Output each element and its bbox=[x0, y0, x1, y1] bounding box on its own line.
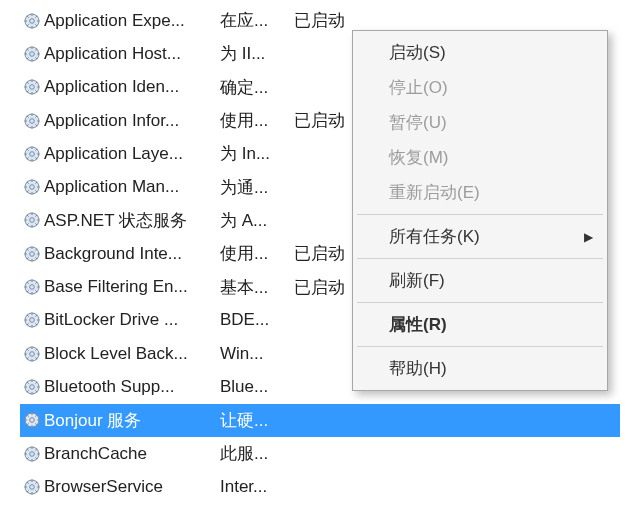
service-icon bbox=[23, 12, 41, 30]
service-name: Base Filtering En... bbox=[44, 277, 220, 297]
menu-item-label: 启动(S) bbox=[389, 43, 446, 62]
service-icon bbox=[23, 411, 41, 429]
service-icon bbox=[23, 178, 41, 196]
menu-item: 停止(O) bbox=[355, 70, 605, 105]
menu-item[interactable]: 帮助(H) bbox=[355, 351, 605, 386]
menu-item-label: 暂停(U) bbox=[389, 113, 447, 132]
menu-item[interactable]: 所有任务(K)▶ bbox=[355, 219, 605, 254]
service-row[interactable]: BrowserServiceInter... bbox=[20, 470, 620, 503]
submenu-arrow-icon: ▶ bbox=[584, 230, 593, 244]
service-description: 在应... bbox=[220, 9, 294, 32]
menu-item: 恢复(M) bbox=[355, 140, 605, 175]
menu-item-label: 恢复(M) bbox=[389, 148, 448, 167]
service-icon-cell bbox=[20, 311, 44, 329]
service-description: BDE... bbox=[220, 310, 294, 330]
service-icon-cell bbox=[20, 112, 44, 130]
service-icon-cell bbox=[20, 445, 44, 463]
menu-item-label: 帮助(H) bbox=[389, 359, 447, 378]
service-icon-cell bbox=[20, 345, 44, 363]
service-description: 为 In... bbox=[220, 142, 294, 165]
service-status: 已启动 bbox=[294, 9, 354, 32]
service-name: Background Inte... bbox=[44, 244, 220, 264]
service-icon bbox=[23, 211, 41, 229]
service-icon bbox=[23, 311, 41, 329]
service-description: 为 II... bbox=[220, 42, 294, 65]
menu-item[interactable]: 属性(R) bbox=[355, 307, 605, 342]
service-name: Application Man... bbox=[44, 177, 220, 197]
menu-separator bbox=[357, 258, 603, 259]
service-description: 基本... bbox=[220, 276, 294, 299]
service-name: BrowserService bbox=[44, 477, 220, 497]
service-description: 使用... bbox=[220, 242, 294, 265]
menu-item-label: 刷新(F) bbox=[389, 271, 445, 290]
service-description: 为通... bbox=[220, 176, 294, 199]
service-icon bbox=[23, 278, 41, 296]
service-icon-cell bbox=[20, 145, 44, 163]
service-description: Inter... bbox=[220, 477, 294, 497]
menu-separator bbox=[357, 302, 603, 303]
service-icon bbox=[23, 478, 41, 496]
service-icon bbox=[23, 245, 41, 263]
service-icon-cell bbox=[20, 278, 44, 296]
menu-separator bbox=[357, 346, 603, 347]
context-menu[interactable]: 启动(S)停止(O)暂停(U)恢复(M)重新启动(E)所有任务(K)▶刷新(F)… bbox=[352, 30, 608, 391]
service-icon bbox=[23, 145, 41, 163]
service-name: ASP.NET 状态服务 bbox=[44, 209, 220, 232]
menu-item[interactable]: 启动(S) bbox=[355, 35, 605, 70]
service-description: Blue... bbox=[220, 377, 294, 397]
service-description: 确定... bbox=[220, 76, 294, 99]
menu-item-label: 属性(R) bbox=[389, 315, 447, 334]
service-name: BitLocker Drive ... bbox=[44, 310, 220, 330]
menu-item: 暂停(U) bbox=[355, 105, 605, 140]
service-icon-cell bbox=[20, 411, 44, 429]
service-icon-cell bbox=[20, 178, 44, 196]
service-name: Application Iden... bbox=[44, 77, 220, 97]
service-icon-cell bbox=[20, 378, 44, 396]
service-name: Bonjour 服务 bbox=[44, 409, 220, 432]
service-name: Application Expe... bbox=[44, 11, 220, 31]
service-icon-cell bbox=[20, 211, 44, 229]
service-icon bbox=[23, 112, 41, 130]
service-description: 使用... bbox=[220, 109, 294, 132]
service-description: 此服... bbox=[220, 442, 294, 465]
service-name: Block Level Back... bbox=[44, 344, 220, 364]
service-status: 已启动 bbox=[294, 242, 354, 265]
menu-item-label: 停止(O) bbox=[389, 78, 448, 97]
menu-item-label: 所有任务(K) bbox=[389, 227, 480, 246]
menu-separator bbox=[357, 214, 603, 215]
menu-item-label: 重新启动(E) bbox=[389, 183, 480, 202]
service-icon bbox=[23, 445, 41, 463]
service-icon bbox=[23, 78, 41, 96]
service-icon bbox=[23, 345, 41, 363]
service-row[interactable]: BranchCache此服... bbox=[20, 437, 620, 470]
service-status: 已启动 bbox=[294, 109, 354, 132]
service-name: Application Laye... bbox=[44, 144, 220, 164]
service-icon bbox=[23, 378, 41, 396]
service-status: 已启动 bbox=[294, 276, 354, 299]
service-name: Application Infor... bbox=[44, 111, 220, 131]
menu-item: 重新启动(E) bbox=[355, 175, 605, 210]
service-description: 让硬... bbox=[220, 409, 294, 432]
service-icon-cell bbox=[20, 245, 44, 263]
service-icon-cell bbox=[20, 478, 44, 496]
service-name: Application Host... bbox=[44, 44, 220, 64]
service-icon bbox=[23, 45, 41, 63]
service-name: Bluetooth Supp... bbox=[44, 377, 220, 397]
service-icon-cell bbox=[20, 12, 44, 30]
service-icon-cell bbox=[20, 45, 44, 63]
service-icon-cell bbox=[20, 78, 44, 96]
service-description: 为 A... bbox=[220, 209, 294, 232]
service-description: Win... bbox=[220, 344, 294, 364]
service-name: BranchCache bbox=[44, 444, 220, 464]
menu-item[interactable]: 刷新(F) bbox=[355, 263, 605, 298]
service-row[interactable]: Bonjour 服务让硬... bbox=[20, 404, 620, 437]
